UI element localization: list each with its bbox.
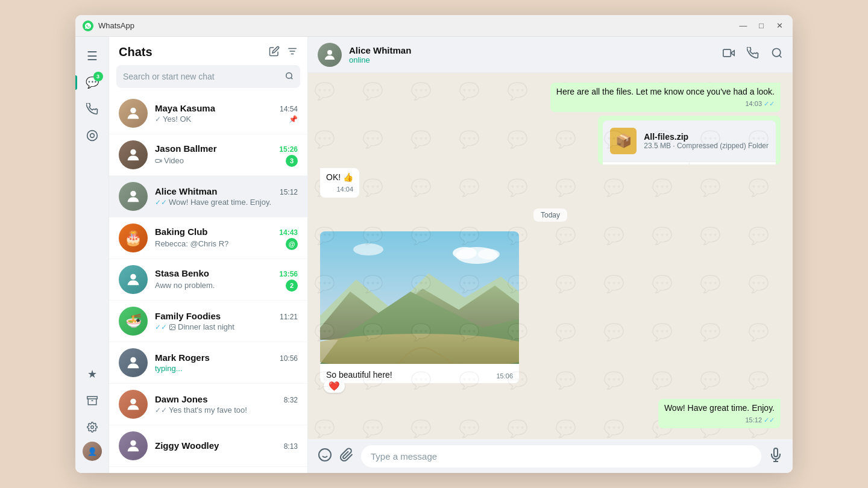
svg-line-9 (291, 77, 293, 79)
chats-icon[interactable]: 💬 3 (80, 70, 104, 95)
chat-list-header: Chats (109, 37, 307, 65)
chat-info-alice: Alice Whitman 15:12 ✓✓ Wow! Have great t… (155, 186, 298, 207)
chat-name-baking: Baking Club (155, 227, 208, 237)
chat-list: Maya Kasuma 14:54 ✓ Yes! OK 📌 (109, 93, 307, 473)
chat-panel: Alice Whitman online (308, 37, 793, 473)
video-call-button[interactable] (723, 47, 735, 62)
chat-item-maya[interactable]: Maya Kasuma 14:54 ✓ Yes! OK 📌 (109, 93, 307, 134)
maximize-button[interactable]: □ (755, 20, 767, 32)
chat-item-alice[interactable]: Alice Whitman 15:12 ✓✓ Wow! Have great t… (109, 176, 307, 217)
msg-text-5: Wow! Have great time. Enjoy. (664, 402, 775, 414)
chat-name-alice: Alice Whitman (155, 186, 217, 196)
chat-info-baking: Baking Club 14:43 Rebecca: @Chris R? @ (155, 227, 298, 250)
chat-name-jason: Jason Ballmer (155, 143, 217, 154)
user-avatar[interactable]: 👤 (83, 442, 102, 461)
voice-call-button[interactable] (747, 47, 759, 62)
svg-rect-2 (87, 396, 97, 399)
msg-check-1: ✓✓ (764, 99, 775, 108)
svg-point-1 (90, 134, 94, 138)
msg-time-5: 15:12 (745, 416, 762, 425)
chat-item-ziggy[interactable]: Ziggy Woodley 8:13 (109, 425, 307, 467)
chat-time-dawn: 8:32 (284, 396, 298, 404)
avatar-alice (119, 182, 148, 211)
chat-preview-jason: Video (155, 156, 184, 165)
attach-button[interactable] (339, 448, 354, 465)
date-divider-label: Today (533, 208, 567, 222)
chat-name-stasa: Stasa Benko (155, 268, 209, 278)
chat-info-mark: Mark Rogers 10:56 typing... (155, 352, 298, 373)
message-3: OK! 👍 14:04 (320, 168, 359, 198)
chat-preview-mark: typing... (155, 364, 183, 373)
close-button[interactable]: ✕ (773, 20, 785, 32)
chat-item-family[interactable]: 🍜 Family Foodies 11:21 ✓✓ Dinner last ni… (109, 301, 307, 342)
mic-button[interactable] (769, 448, 783, 465)
chat-item-mark[interactable]: Mark Rogers 10:56 typing... (109, 342, 307, 384)
archive-icon[interactable] (80, 389, 104, 413)
chat-item-dawn[interactable]: Dawn Jones 8:32 ✓✓ Yes that's my fave to… (109, 384, 307, 425)
date-divider: Today (320, 208, 781, 222)
file-icon: 📦 (610, 128, 637, 154)
calls-icon[interactable] (80, 97, 104, 121)
search-button[interactable] (771, 47, 783, 62)
avatar-mark (119, 348, 148, 377)
chats-title: Chats (119, 45, 153, 59)
communities-icon[interactable] (80, 124, 104, 148)
chat-input-bar (308, 439, 793, 473)
message-input[interactable] (361, 445, 761, 468)
search-icon (285, 72, 294, 82)
minimize-button[interactable]: — (737, 20, 749, 32)
chat-time-stasa: 13:56 (279, 270, 298, 278)
avatar-dawn (119, 390, 148, 419)
photo-image (320, 231, 519, 364)
svg-point-11 (130, 149, 136, 155)
save-file-button[interactable]: Save as... (690, 162, 776, 164)
reaction-row: ❤️ (324, 380, 519, 393)
chat-time-baking: 14:43 (279, 228, 298, 237)
filter-icon[interactable] (287, 46, 298, 59)
avatar-maya (119, 99, 148, 128)
chat-preview-dawn: ✓✓ Yes that's my fave too! (155, 405, 247, 414)
file-details: All-files.zip 23.5 MB · Compressed (zipp… (644, 132, 769, 150)
msg-text-3: OK! 👍 (326, 172, 353, 184)
svg-point-4 (90, 426, 93, 429)
chat-preview-baking: Rebecca: @Chris R? (155, 239, 228, 248)
chat-time-alice: 15:12 (280, 188, 298, 196)
icon-rail: ☰ 💬 3 ★ 👤 (75, 37, 109, 473)
svg-marker-21 (731, 51, 734, 55)
svg-point-30 (478, 249, 500, 260)
avatar-jason (119, 140, 148, 169)
chat-item-baking[interactable]: 🎂 Baking Club 14:43 Rebecca: @Chris R? @ (109, 217, 307, 259)
search-input[interactable] (123, 72, 285, 81)
open-file-button[interactable]: Open (603, 162, 690, 164)
reaction-pill[interactable]: ❤️ (324, 380, 345, 393)
photo-time: 15:06 (496, 372, 513, 380)
starred-icon[interactable]: ★ (80, 362, 104, 386)
avatar-family: 🍜 (119, 307, 148, 336)
chat-preview-maya: ✓ Yes! OK (155, 114, 191, 124)
chat-time-ziggy: 8:13 (284, 442, 298, 451)
unread-badge-jason: 3 (286, 155, 298, 167)
msg-time-1: 14:03 (745, 99, 762, 108)
chat-item-jason[interactable]: Jason Ballmer 15:26 Video 3 (109, 134, 307, 176)
chat-header-actions (723, 47, 783, 62)
chat-messages: 💬 Here are all the files. Let me know on… (308, 73, 793, 439)
msg-check-5: ✓✓ (764, 416, 775, 425)
window-controls: — □ ✕ (737, 20, 785, 32)
rail-bottom: ★ 👤 (80, 362, 104, 466)
svg-point-8 (286, 72, 292, 78)
chat-info-maya: Maya Kasuma 14:54 ✓ Yes! OK 📌 (155, 103, 298, 124)
svg-point-31 (353, 243, 383, 255)
emoji-button[interactable] (318, 448, 332, 465)
settings-icon[interactable] (80, 415, 104, 439)
msg-text-1: Here are all the files. Let me know once… (556, 86, 775, 98)
svg-point-20 (327, 50, 332, 55)
svg-line-24 (779, 55, 782, 58)
menu-icon[interactable]: ☰ (80, 44, 104, 68)
chat-info-family: Family Foodies 11:21 ✓✓ Dinner last nigh… (155, 311, 298, 331)
new-chat-icon[interactable] (269, 46, 280, 59)
search-bar[interactable] (116, 65, 300, 88)
msg-time-3: 14:04 (336, 185, 353, 194)
chat-item-stasa[interactable]: Stasa Benko 13:56 Aww no problem. 2 (109, 259, 307, 301)
chat-header-avatar[interactable] (318, 43, 342, 67)
chat-list-actions (269, 46, 298, 59)
